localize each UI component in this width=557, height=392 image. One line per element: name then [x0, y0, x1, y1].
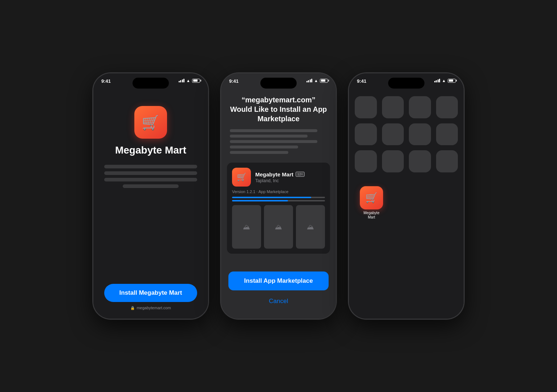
dynamic-island-3: [388, 78, 424, 89]
home-icon-slot-5: [355, 123, 377, 146]
phone-1: 9:41 ▲ 🛒 Megabyte Mart: [93, 73, 209, 319]
home-screen: 🛒 MegabyteMart: [349, 73, 464, 319]
phone-3-wrapper: 9:41 ▲: [348, 73, 464, 319]
dialog-title: “megabytemart.com” Would Like to Install…: [230, 95, 327, 123]
status-time-2: 9:41: [229, 78, 239, 84]
home-icon-slot-3: [409, 96, 431, 118]
home-grid: [349, 93, 464, 175]
description-lines-1: [104, 165, 197, 188]
status-icons-3: ▲: [434, 78, 456, 83]
dynamic-island-2: [260, 78, 297, 89]
status-icons-2: ▲: [306, 78, 328, 83]
app-icon-large-1: 🛒: [134, 106, 167, 139]
battery-icon-3: [448, 79, 456, 83]
home-icon-slot-2: [382, 96, 404, 118]
home-icon-slot-7: [409, 123, 431, 146]
signal-icon-3: [434, 79, 440, 82]
bottom-url-1: 🔒 megabytemart.com: [130, 306, 171, 310]
screenshot-2: ⛰: [264, 205, 293, 249]
app-card: 🛒 Megabyte Mart 12+ Tapland, Inc Version…: [227, 163, 330, 254]
phone-2: 9:41 ▲ “megabytemart.com” Would Like to …: [220, 73, 337, 319]
home-icon-slot-11: [409, 150, 431, 172]
app-card-info: Megabyte Mart 12+ Tapland, Inc: [255, 171, 325, 183]
wifi-icon-2: ▲: [314, 78, 318, 83]
age-badge: 12+: [296, 172, 305, 177]
status-time-1: 9:41: [101, 78, 111, 84]
progress-bar-1: [232, 197, 325, 198]
signal-icon-1: [179, 79, 185, 82]
install-app-marketplace-button[interactable]: Install App Marketplace: [228, 271, 329, 290]
install-dialog-screen: “megabytemart.com” Would Like to Install…: [221, 73, 336, 319]
app-icon-small-2: 🛒: [232, 168, 251, 187]
home-icon-slot-10: [382, 150, 404, 172]
app-title-1: Megabyte Mart: [115, 144, 186, 156]
home-icon-slot-4: [436, 96, 458, 118]
app-card-header: 🛒 Megabyte Mart 12+ Tapland, Inc: [232, 168, 325, 187]
status-icons-1: ▲: [179, 78, 200, 83]
app-card-name-row: Megabyte Mart 12+: [255, 171, 325, 177]
battery-icon-2: [320, 79, 328, 83]
status-time-3: 9:41: [357, 78, 366, 84]
home-app-icon: 🛒: [360, 186, 383, 209]
home-app-name: MegabyteMart: [363, 211, 379, 220]
signal-icon-2: [306, 79, 313, 82]
screenshots-row: ⛰ ⛰ ⛰: [232, 205, 325, 249]
basket-icon-2: 🛒: [237, 172, 247, 182]
dynamic-island-1: [133, 78, 169, 89]
home-icon-slot-6: [382, 123, 404, 146]
dialog-actions: Install App Marketplace Cancel: [221, 266, 336, 319]
dialog-desc-lines: [230, 129, 327, 154]
home-icon-slot-1: [355, 96, 377, 118]
phone-1-wrapper: 9:41 ▲ 🛒 Megabyte Mart: [93, 73, 209, 319]
wifi-icon-3: ▲: [442, 78, 446, 83]
phone-3: 9:41 ▲: [348, 73, 464, 319]
install-megabyte-mart-button[interactable]: Install Megabyte Mart: [104, 284, 197, 302]
app-card-name: Megabyte Mart: [255, 171, 293, 177]
lock-icon-1: 🔒: [130, 306, 135, 310]
screenshot-1: ⛰: [232, 205, 261, 249]
battery-icon-1: [192, 79, 200, 83]
cancel-button[interactable]: Cancel: [228, 295, 329, 308]
url-text-1: megabytemart.com: [137, 306, 171, 310]
app-card-developer: Tapland, Inc: [255, 178, 325, 183]
progress-bar-container: [232, 197, 325, 201]
basket-icon-3: 🛒: [365, 192, 378, 204]
app-card-version: Version 1.2.1 · App Marketplace: [232, 189, 325, 194]
wifi-icon-1: ▲: [186, 78, 190, 83]
basket-icon-1: 🛒: [142, 114, 160, 131]
home-icon-slot-12: [436, 150, 458, 172]
screenshot-3: ⛰: [296, 205, 325, 249]
progress-bar-2: [232, 200, 325, 201]
home-icon-slot-9: [355, 150, 377, 172]
home-installed-section: 🛒 MegabyteMart: [349, 175, 464, 220]
home-app-installed[interactable]: 🛒 MegabyteMart: [360, 186, 383, 220]
phone-2-wrapper: 9:41 ▲ “megabytemart.com” Would Like to …: [220, 73, 337, 319]
home-icon-slot-8: [436, 123, 458, 146]
install-splash-screen: 🛒 Megabyte Mart Install Megabyte Mart 🔒 …: [93, 73, 208, 319]
